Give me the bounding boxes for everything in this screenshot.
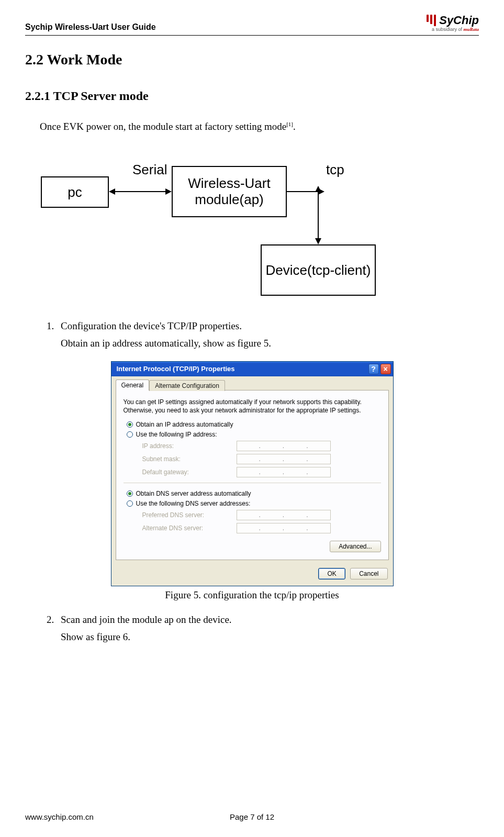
label-preferred-dns: Preferred DNS server: [142, 511, 237, 519]
advanced-button[interactable]: Advanced... [330, 541, 380, 552]
tcpip-properties-dialog: Internet Protocol (TCP/IP) Properties ? … [111, 361, 394, 586]
dialog-description: You can get IP settings assigned automat… [124, 398, 381, 415]
diagram-box-pc: pc [41, 176, 109, 208]
dialog-titlebar: Internet Protocol (TCP/IP) Properties ? … [111, 362, 393, 376]
page-header: Sychip Wireless-Uart User Guide SyChip a… [25, 15, 479, 36]
radio-use-ip[interactable]: Use the following IP address: [127, 431, 381, 438]
logo: SyChip a subsidiary of muRata [427, 15, 479, 32]
step-1-line-a: Configuration the device's TCP/IP proper… [61, 318, 479, 334]
radio-icon [127, 421, 133, 428]
footer-url: www.sychip.com.cn [25, 812, 94, 821]
label-ip-address: IP address: [142, 442, 237, 450]
help-icon[interactable]: ? [368, 364, 379, 374]
arrow-serial-line [115, 191, 165, 192]
radio-icon [127, 500, 133, 507]
doc-title: Sychip Wireless-Uart User Guide [25, 23, 156, 32]
logo-sub-brand: muRata [463, 27, 479, 32]
steps-list-1: Configuration the device's TCP/IP proper… [41, 318, 479, 352]
input-preferred-dns: ... [237, 510, 331, 520]
close-icon[interactable]: × [380, 364, 391, 374]
input-alternate-dns: ... [237, 523, 331, 533]
arrow-tcp-v [318, 192, 319, 238]
dialog-title: Internet Protocol (TCP/IP) Properties [117, 365, 235, 373]
radio-obtain-dns-label: Obtain DNS server address automatically [136, 490, 251, 497]
footer-page-number: Page 7 of 12 [230, 812, 274, 821]
label-subnet-mask: Subnet mask: [142, 455, 237, 463]
dialog-tabs: General Alternate Configuration [111, 376, 393, 390]
section-heading: 2.2 Work Mode [25, 51, 479, 68]
radio-obtain-ip-label: Obtain an IP address automatically [136, 421, 233, 428]
logo-bars-icon [427, 15, 436, 26]
step-1: Configuration the device's TCP/IP proper… [57, 318, 479, 352]
diagram-box-device: Device(tcp-client) [261, 244, 376, 296]
arrow-tcp-v-up [315, 186, 321, 192]
radio-icon [127, 431, 133, 438]
diagram-box-module: Wireless-Uart module(ap) [172, 166, 287, 217]
arrow-serial-left [109, 188, 115, 195]
figure-5-caption: Figure 5. configuration the tcp/ip prope… [25, 589, 479, 601]
step-2: Scan and join the module ap on the devic… [57, 611, 479, 645]
subsection-heading: 2.2.1 TCP Server mode [25, 89, 479, 103]
input-ip-address: ... [237, 441, 331, 451]
diagram-label-tcp: tcp [326, 162, 344, 178]
steps-list-2: Scan and join the module ap on the devic… [41, 611, 479, 645]
step-2-line-b: Show as figure 6. [61, 629, 479, 645]
page-footer: www.sychip.com.cn Page 7 of 12 [25, 812, 479, 821]
label-default-gateway: Default gateway: [142, 468, 237, 476]
arrow-tcp-h [287, 191, 318, 192]
logo-text: SyChip [439, 15, 479, 26]
tab-general[interactable]: General [116, 380, 150, 390]
logo-sub-prefix: a subsidiary of [432, 27, 464, 32]
intro-paragraph: Once EVK power on, the module start at f… [40, 119, 479, 135]
cancel-button[interactable]: Cancel [350, 568, 387, 579]
dialog-panel: You can get IP settings assigned automat… [116, 390, 389, 560]
intro-text: Once EVK power on, the module start at f… [40, 121, 286, 132]
diagram-label-serial: Serial [132, 162, 167, 178]
radio-icon [127, 490, 133, 497]
input-subnet-mask: ... [237, 454, 331, 464]
tab-alternate-config[interactable]: Alternate Configuration [149, 380, 225, 391]
radio-obtain-dns[interactable]: Obtain DNS server address automatically [127, 490, 381, 497]
ok-button[interactable]: OK [318, 568, 345, 579]
arrow-tcp-v-down [315, 238, 321, 244]
radio-use-ip-label: Use the following IP address: [136, 431, 217, 438]
input-default-gateway: ... [237, 467, 331, 477]
intro-period: . [293, 121, 296, 132]
radio-use-dns[interactable]: Use the following DNS server addresses: [127, 500, 381, 507]
radio-use-dns-label: Use the following DNS server addresses: [136, 500, 251, 507]
label-alternate-dns: Alternate DNS server: [142, 524, 237, 532]
footnote-ref: [1] [286, 121, 293, 127]
arrow-serial-right [165, 188, 172, 195]
radio-obtain-ip[interactable]: Obtain an IP address automatically [127, 421, 381, 428]
step-2-line-a: Scan and join the module ap on the devic… [61, 611, 479, 628]
step-1-line-b: Obtain an ip address automatically, show… [61, 335, 479, 352]
architecture-diagram: pc Serial Wireless-Uart module(ap) tcp D… [36, 155, 468, 297]
